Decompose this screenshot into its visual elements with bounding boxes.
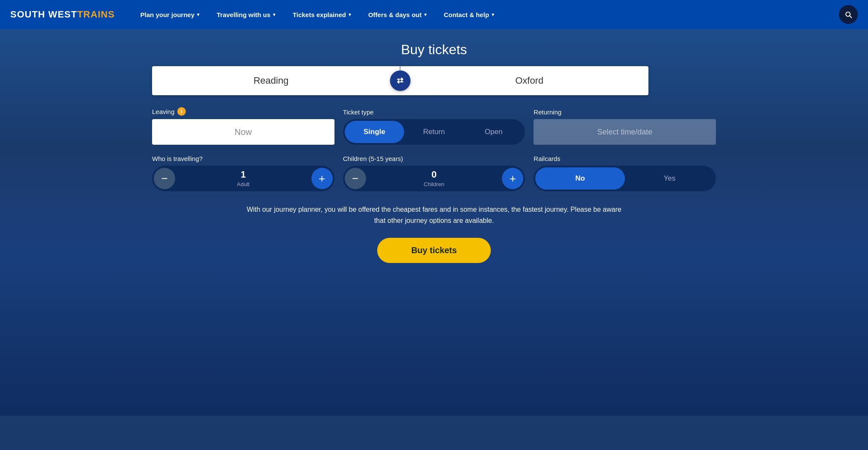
journey-bar: Reading ⇄ Oxford [152,66,648,95]
children-label: Children (5-15 years) [343,155,525,162]
ticket-single[interactable]: Single [345,121,405,143]
logo-trains: TRAINS [77,9,115,20]
journey-from-input[interactable]: Reading [152,66,390,95]
journey-swap-button[interactable]: ⇄ [390,70,411,91]
info-text: With our journey planner, you will be of… [242,204,626,226]
railcards-col: Railcards No Yes [534,155,716,191]
railcards-label: Railcards [534,155,716,162]
search-icon [844,10,853,19]
adult-increment-button[interactable]: + [311,168,333,189]
navbar: SOUTH WEST TRAINS Plan your journey ▾ Tr… [0,0,868,29]
nav-contact-help[interactable]: Contact & help ▾ [435,0,503,29]
ticket-open[interactable]: Open [464,121,524,143]
railcard-no[interactable]: No [535,167,625,190]
journey-bar-wrapper: Reading ⇄ Oxford [152,66,716,95]
search-button[interactable] [839,5,858,24]
hero-section: Buy tickets Reading ⇄ Oxford Leaving i [0,29,868,416]
travellers-col: Who is travelling? − 1 Adult + [152,155,334,191]
ticket-type-toggle: Single Return Open [343,119,525,145]
logo-south-west: SOUTH WEST [10,9,77,20]
ticket-type-col: Ticket type Single Return Open [343,108,525,145]
returning-col: Returning Select time/date [534,108,716,145]
nav-travelling-with-us[interactable]: Travelling with us ▾ [208,0,284,29]
page-title: Buy tickets [401,42,467,58]
railcard-yes[interactable]: Yes [625,167,714,190]
leaving-label: Leaving i [152,107,334,116]
swap-icon: ⇄ [397,76,403,85]
form-section: Leaving i Now Ticket type Single Retu [152,107,716,204]
buy-tickets-button[interactable]: Buy tickets [377,238,491,263]
returning-input[interactable]: Select time/date [534,119,716,145]
children-increment-button[interactable]: + [502,168,523,189]
leaving-input[interactable]: Now [152,119,334,145]
chevron-down-icon: ▾ [492,12,494,18]
ticket-return[interactable]: Return [404,121,464,143]
logo[interactable]: SOUTH WEST TRAINS [10,9,115,20]
chevron-down-icon: ▾ [273,12,276,18]
nav-offers-days-out[interactable]: Offers & days out ▾ [360,0,435,29]
ticket-type-label: Ticket type [343,108,525,116]
chevron-down-icon: ▾ [424,12,427,18]
leaving-col: Leaving i Now [152,107,334,145]
children-col: Children (5-15 years) − 0 Children + [343,155,525,191]
children-decrement-button[interactable]: − [345,168,366,189]
journey-to-input[interactable]: Oxford [411,66,648,95]
leaving-info-icon[interactable]: i [177,107,186,116]
chevron-down-icon: ▾ [197,12,199,18]
nav-plan-journey[interactable]: Plan your journey ▾ [132,0,208,29]
adult-decrement-button[interactable]: − [154,168,175,189]
chevron-down-icon: ▾ [349,12,351,18]
travellers-label: Who is travelling? [152,155,334,162]
children-counter: − 0 Children + [343,166,525,191]
form-row-2: Who is travelling? − 1 Adult + Children … [152,155,716,191]
nav-items: Plan your journey ▾ Travelling with us ▾… [132,0,839,29]
nav-tickets-explained[interactable]: Tickets explained ▾ [284,0,360,29]
returning-label: Returning [534,108,716,116]
adult-count-display: 1 Adult [175,169,311,188]
railcard-toggle: No Yes [534,166,716,191]
children-count-display: 0 Children [366,169,502,188]
adult-counter: − 1 Adult + [152,166,334,191]
form-row-1: Leaving i Now Ticket type Single Retu [152,107,716,145]
